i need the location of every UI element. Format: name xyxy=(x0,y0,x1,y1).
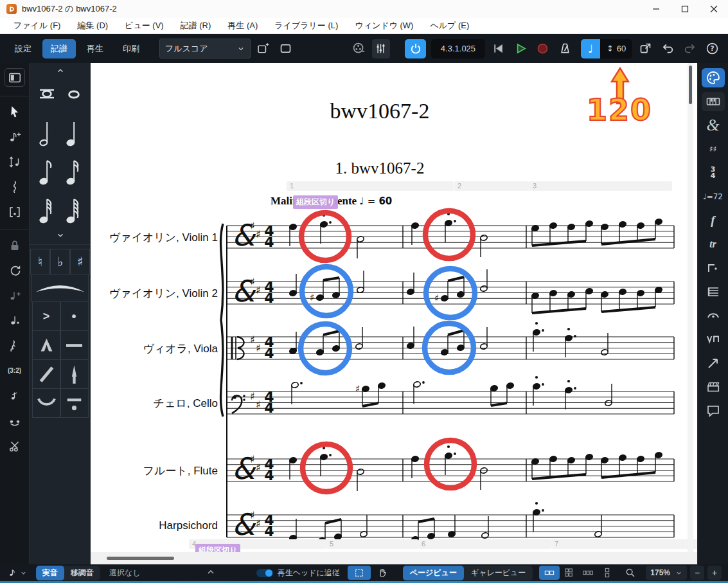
sixteenth-note-icon[interactable] xyxy=(60,153,87,192)
note-input-icon[interactable] xyxy=(5,128,24,145)
augmentation-dot-icon[interactable] xyxy=(5,312,24,329)
score-selector-dropdown[interactable]: フルスコア xyxy=(159,39,251,58)
loop-playback-icon[interactable] xyxy=(5,262,24,279)
clef-icon[interactable]: & xyxy=(702,116,725,135)
eighth-note-icon[interactable] xyxy=(33,153,60,192)
fermata-icon[interactable] xyxy=(702,306,725,325)
pages-horizontal-button[interactable] xyxy=(539,566,560,580)
tempo-note-button[interactable]: ♩ xyxy=(581,39,600,58)
fermata-arc-icon[interactable] xyxy=(32,388,61,418)
accent-icon[interactable]: > xyxy=(32,301,61,331)
help-button[interactable]: ? xyxy=(703,39,722,58)
horizontal-scrollbar[interactable] xyxy=(91,552,697,564)
playback-power-button[interactable] xyxy=(405,39,425,58)
metronome-button[interactable] xyxy=(556,39,574,58)
time-signature-icon[interactable]: 34 xyxy=(702,163,725,183)
bowing-icon[interactable] xyxy=(702,330,725,349)
insert-mode-icon[interactable] xyxy=(5,203,24,220)
page-view-button[interactable]: ページビュー xyxy=(403,566,464,580)
instrument-label-2[interactable]: ヴィオラ, Viola xyxy=(91,341,218,356)
tenuto-icon[interactable] xyxy=(60,330,89,360)
concert-pitch-button[interactable]: 実音 xyxy=(36,566,64,580)
mode-tab-3[interactable]: 印刷 xyxy=(114,39,148,58)
menu-item-5[interactable]: ライブラリー (L) xyxy=(266,20,346,31)
new-tab-button[interactable] xyxy=(254,39,273,58)
movement-title[interactable]: 1. bwv1067-2 xyxy=(91,159,669,177)
instrument-label-1[interactable]: ヴァイオリン, Violin 2 xyxy=(91,286,218,301)
clapperboard-icon[interactable] xyxy=(702,377,725,397)
vertical-scrollbar-thumb[interactable] xyxy=(689,66,692,104)
ornament-icon[interactable]: tr xyxy=(702,235,725,254)
thirtysecond-note-icon[interactable] xyxy=(33,192,60,230)
zoom-level-dropdown[interactable]: 175% xyxy=(646,566,687,580)
vertical-scrollbar[interactable] xyxy=(688,63,693,552)
add-note-icon[interactable] xyxy=(5,287,24,304)
maximize-button[interactable] xyxy=(670,0,699,18)
close-button[interactable] xyxy=(699,0,728,18)
rest-icon[interactable] xyxy=(5,337,24,354)
zoom-in-button[interactable]: + xyxy=(707,566,722,580)
piano-keyboard-icon[interactable] xyxy=(702,92,725,111)
slash-icon[interactable] xyxy=(32,359,61,389)
quarter-note-icon[interactable] xyxy=(60,114,87,153)
panel-toggle-icon[interactable] xyxy=(4,68,25,87)
stress-icon[interactable] xyxy=(60,359,89,389)
palettes-icon[interactable] xyxy=(702,68,725,87)
tie-icon[interactable] xyxy=(5,412,24,429)
instrument-label-5[interactable]: Harpsichord xyxy=(91,519,218,532)
pages-vertical-button[interactable] xyxy=(598,566,616,580)
line-arrow-icon[interactable] xyxy=(702,354,725,373)
playback-sound-dropdown[interactable] xyxy=(4,566,31,580)
breve-icon[interactable] xyxy=(33,76,60,114)
whole-note-icon[interactable] xyxy=(60,76,87,114)
repitch-icon[interactable] xyxy=(5,153,24,170)
mode-tab-2[interactable]: 再生 xyxy=(78,39,112,58)
score-canvas[interactable]: &♯♯44&♯♯44♯♯44♯♯44&♯♯44&♯♯44♯♯♯ 120 bwv1… xyxy=(91,63,697,564)
menu-item-1[interactable]: 編集 (D) xyxy=(69,20,116,31)
horizontal-scrollbar-thumb[interactable] xyxy=(107,557,174,560)
palette-scroll-up-icon[interactable] xyxy=(35,66,86,76)
window-mode-button[interactable] xyxy=(276,39,295,58)
undo-button[interactable] xyxy=(659,39,677,58)
sharp-icon[interactable]: ♯ xyxy=(70,249,90,274)
instrument-label-3[interactable]: チェロ, Cello xyxy=(91,396,218,411)
gallery-view-button[interactable]: ギャレービュー xyxy=(464,566,533,580)
tempo-marking-icon[interactable]: ♩=72 xyxy=(702,187,725,206)
redo-button[interactable] xyxy=(681,39,700,58)
pages-row-button[interactable] xyxy=(578,566,598,580)
menu-item-2[interactable]: ビュー (V) xyxy=(116,20,172,31)
loure-icon[interactable] xyxy=(60,388,89,418)
score-title[interactable]: bwv1067-2 xyxy=(91,99,669,123)
zoom-out-button[interactable]: − xyxy=(690,566,704,580)
system-break-label-top[interactable]: 組段区切り xyxy=(293,195,338,209)
play-button[interactable] xyxy=(511,39,530,58)
pages-grid-button[interactable] xyxy=(560,566,578,580)
barlines-icon[interactable] xyxy=(702,282,725,301)
palette-scroll-down-icon[interactable] xyxy=(35,230,86,240)
natural-icon[interactable]: ♮ xyxy=(30,249,50,274)
video-export-button[interactable] xyxy=(350,39,368,58)
transposed-pitch-button[interactable]: 移調音 xyxy=(64,566,100,580)
repeat-sign-icon[interactable] xyxy=(702,258,725,278)
comment-icon[interactable] xyxy=(702,401,725,420)
menu-item-0[interactable]: ファイル (F) xyxy=(5,20,69,31)
half-note-icon[interactable] xyxy=(33,114,60,153)
rewind-button[interactable] xyxy=(489,39,508,58)
key-signature-icon[interactable]: ♯♯ xyxy=(702,139,725,159)
flat-icon[interactable]: ♭ xyxy=(50,249,70,274)
pan-hand-button[interactable] xyxy=(371,566,394,580)
instrument-label-0[interactable]: ヴァイオリン, Violin 1 xyxy=(91,230,218,245)
menu-item-4[interactable]: 再生 (A) xyxy=(219,20,266,31)
follow-playhead-toggle[interactable] xyxy=(256,569,273,577)
dynamics-icon[interactable]: f xyxy=(702,211,725,230)
menu-item-7[interactable]: ヘルプ (E) xyxy=(422,20,477,31)
mode-tab-0[interactable]: 設定 xyxy=(6,39,40,58)
record-button[interactable] xyxy=(534,39,553,58)
slur-icon[interactable] xyxy=(31,274,89,302)
scissors-icon[interactable] xyxy=(5,437,24,454)
select-arrow-icon[interactable] xyxy=(5,103,24,120)
loop-external-button[interactable] xyxy=(636,39,655,58)
sixtyfourth-note-icon[interactable] xyxy=(60,192,87,230)
rhythm-input-icon[interactable] xyxy=(5,178,24,195)
instrument-label-4[interactable]: フルート, Flute xyxy=(91,463,218,478)
